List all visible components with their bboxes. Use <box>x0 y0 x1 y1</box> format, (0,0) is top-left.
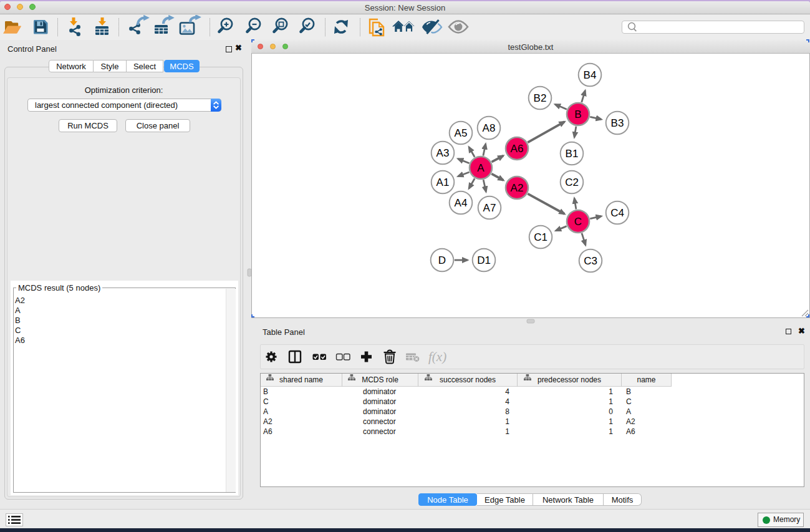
svg-text:A5: A5 <box>455 127 468 139</box>
svg-text:B1: B1 <box>566 148 579 160</box>
svg-text:D1: D1 <box>477 254 491 266</box>
svg-text:A3: A3 <box>436 147 450 159</box>
svg-text:A7: A7 <box>483 202 496 214</box>
svg-text:C2: C2 <box>565 177 579 188</box>
svg-text:f(x): f(x) <box>428 349 446 364</box>
svg-text:B4: B4 <box>584 69 597 81</box>
svg-text:C1: C1 <box>534 231 547 243</box>
svg-text:A2: A2 <box>511 182 524 194</box>
svg-text:D: D <box>438 254 446 266</box>
svg-text:C4: C4 <box>610 207 624 219</box>
svg-text:A4: A4 <box>455 197 468 209</box>
svg-text:A: A <box>477 162 485 174</box>
svg-text:A6: A6 <box>511 143 524 155</box>
svg-text:C: C <box>574 216 582 228</box>
svg-text:C3: C3 <box>584 255 597 267</box>
svg-text:A8: A8 <box>483 122 496 134</box>
svg-text:B2: B2 <box>534 92 547 104</box>
svg-text:A1: A1 <box>436 177 450 188</box>
svg-text:B3: B3 <box>611 117 624 129</box>
svg-text:B: B <box>574 109 581 120</box>
